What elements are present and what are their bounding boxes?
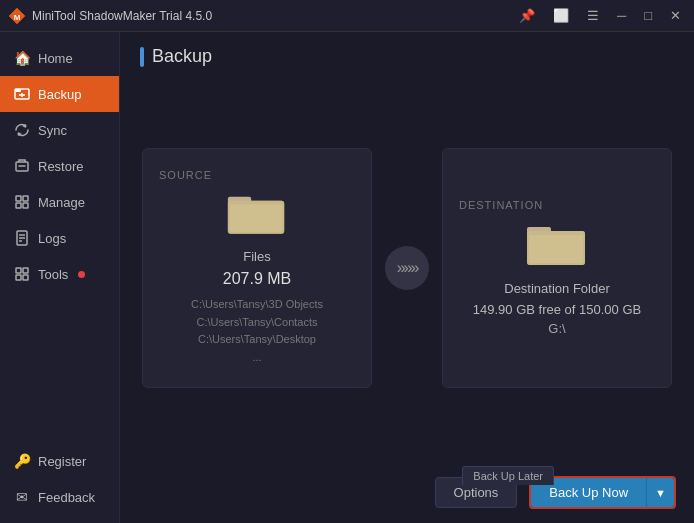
sidebar-item-backup[interactable]: Backup: [0, 76, 119, 112]
page-header: Backup: [120, 32, 694, 77]
svg-rect-9: [23, 196, 28, 201]
svg-rect-16: [16, 268, 21, 273]
svg-rect-27: [529, 235, 583, 263]
backup-icon: [14, 86, 30, 102]
sidebar-label-manage: Manage: [38, 195, 85, 210]
app-container: 🏠 Home Backup: [0, 32, 694, 523]
destination-type-label: Destination Folder: [504, 281, 610, 296]
arrow-circle: »»»: [385, 246, 429, 290]
app-logo: M: [8, 7, 26, 25]
source-panel[interactable]: SOURCE Files 207.9 MB C:\Users\Tansy\3D …: [142, 148, 372, 388]
destination-free-space: 149.90 GB free of 150.00 GB: [473, 302, 641, 317]
source-paths: C:\Users\Tansy\3D Objects C:\Users\Tansy…: [191, 296, 323, 366]
sidebar-item-restore[interactable]: Restore: [0, 148, 119, 184]
svg-rect-10: [16, 203, 21, 208]
destination-panel[interactable]: DESTINATION Destination Folder 149.90 GB…: [442, 148, 672, 388]
source-type-label: Files: [243, 249, 270, 264]
sidebar-item-sync[interactable]: Sync: [0, 112, 119, 148]
sidebar-item-logs[interactable]: Logs: [0, 220, 119, 256]
source-folder-icon: [227, 191, 287, 238]
sidebar-item-register[interactable]: 🔑 Register: [0, 443, 119, 479]
tools-icon: [14, 266, 30, 282]
window-controls: 📌 ⬜ ☰ ─ □ ✕: [514, 6, 686, 25]
arrow-icon: »»»: [397, 259, 418, 277]
close-icon[interactable]: ✕: [665, 6, 686, 25]
destination-folder-icon: [527, 221, 587, 269]
sidebar-label-sync: Sync: [38, 123, 67, 138]
backup-area: SOURCE Files 207.9 MB C:\Users\Tansy\3D …: [120, 77, 694, 468]
arrow-connector: »»»: [372, 246, 442, 290]
maximize-icon[interactable]: □: [639, 6, 657, 25]
sidebar-item-manage[interactable]: Manage: [0, 184, 119, 220]
svg-rect-19: [23, 275, 28, 280]
page-title: Backup: [152, 46, 212, 67]
manage-icon: [14, 194, 30, 210]
destination-drive: G:\: [548, 321, 565, 336]
sidebar-label-restore: Restore: [38, 159, 84, 174]
register-icon: 🔑: [14, 453, 30, 469]
sidebar-item-tools[interactable]: Tools: [0, 256, 119, 292]
backup-now-dropdown-button[interactable]: ▼: [646, 478, 674, 507]
minimize-icon[interactable]: ─: [612, 6, 631, 25]
source-section-label: SOURCE: [159, 169, 212, 181]
menu-icon[interactable]: ☰: [582, 6, 604, 25]
sidebar-label-logs: Logs: [38, 231, 66, 246]
backup-later-label: Back Up Later: [462, 466, 554, 485]
svg-rect-3: [15, 89, 21, 92]
sidebar-label-home: Home: [38, 51, 73, 66]
app-title: MiniTool ShadowMaker Trial 4.5.0: [32, 9, 514, 23]
sync-icon: [14, 122, 30, 138]
pin-icon[interactable]: 📌: [514, 6, 540, 25]
sidebar-label-register: Register: [38, 454, 86, 469]
titlebar: M MiniTool ShadowMaker Trial 4.5.0 📌 ⬜ ☰…: [0, 0, 694, 32]
svg-text:M: M: [14, 13, 21, 22]
header-bar-accent: [140, 47, 144, 67]
source-size: 207.9 MB: [223, 270, 291, 288]
sidebar-item-feedback[interactable]: ✉ Feedback: [0, 479, 119, 515]
sidebar-item-home[interactable]: 🏠 Home: [0, 40, 119, 76]
restore-icon[interactable]: ⬜: [548, 6, 574, 25]
destination-section-label: DESTINATION: [459, 199, 543, 211]
home-icon: 🏠: [14, 50, 30, 66]
bottom-bar: Back Up Later Options Back Up Now ▼: [120, 468, 694, 523]
tools-notification-dot: [78, 271, 85, 278]
svg-rect-23: [230, 204, 282, 231]
logs-icon: [14, 230, 30, 246]
main-content: Backup SOURCE Files 207.9 MB C:\Users\Ta…: [120, 32, 694, 523]
sidebar-bottom: 🔑 Register ✉ Feedback: [0, 443, 119, 523]
restore-nav-icon: [14, 158, 30, 174]
sidebar: 🏠 Home Backup: [0, 32, 120, 523]
feedback-icon: ✉: [14, 489, 30, 505]
svg-rect-8: [16, 196, 21, 201]
svg-rect-18: [16, 275, 21, 280]
sidebar-label-feedback: Feedback: [38, 490, 95, 505]
svg-rect-17: [23, 268, 28, 273]
svg-rect-11: [23, 203, 28, 208]
sidebar-label-tools: Tools: [38, 267, 68, 282]
sidebar-label-backup: Backup: [38, 87, 81, 102]
